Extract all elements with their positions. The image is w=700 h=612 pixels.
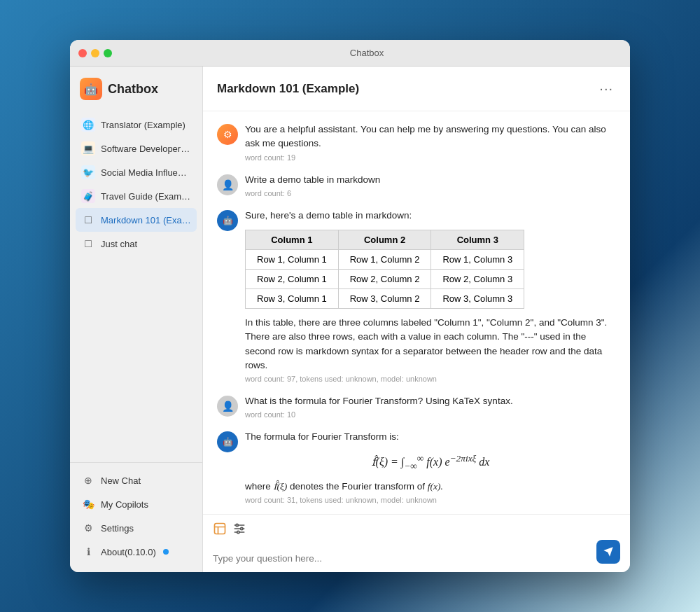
close-button[interactable] <box>78 49 87 57</box>
chat-title: Markdown 101 (Example) <box>217 82 359 96</box>
sidebar-item-label: Social Media Influencer (E... <box>101 167 191 178</box>
message-content: You are a helpful assistant. You can hel… <box>245 123 616 162</box>
message-text: Write a demo table in markdown <box>245 173 616 187</box>
markdown-table: Column 1 Column 2 Column 3 Row 1, Column… <box>245 230 524 309</box>
message-block: ⚙ You are a helpful assistant. You can h… <box>217 123 616 162</box>
input-toolbar <box>213 522 620 536</box>
maximize-button[interactable] <box>104 49 112 57</box>
message-block: 🤖 The formula for Fourier Transform is: … <box>217 430 616 504</box>
sidebar-item-travel[interactable]: 🧳 Travel Guide (Example) <box>76 184 197 208</box>
table-cell: Row 1, Column 2 <box>338 250 431 270</box>
word-count: word count: 31, tokens used: unknown, mo… <box>245 496 616 504</box>
sidebar-item-label: Translator (Example) <box>101 120 186 130</box>
table-cell: Row 1, Column 1 <box>246 250 339 270</box>
message-text: What is the formula for Fourier Transfor… <box>245 394 616 408</box>
message-block: 🤖 Sure, here's a demo table in markdown:… <box>217 209 616 383</box>
sidebar-header: 🤖 Chatbox <box>70 67 202 110</box>
chat-icon: □ <box>81 237 95 251</box>
word-count: word count: 6 <box>245 189 616 197</box>
my-copilots-button[interactable]: 🎭 My Copilots <box>76 492 197 516</box>
chat-input-area <box>203 514 630 572</box>
message-content: Sure, here's a demo table in markdown: C… <box>245 209 616 383</box>
formula-inline-2: f(x). <box>428 481 443 492</box>
input-row <box>213 540 620 564</box>
message-text: Sure, here's a demo table in markdown: <box>245 209 616 223</box>
sidebar-item-label: Just chat <box>101 239 137 249</box>
sidebar-item-markdown[interactable]: □ Markdown 101 (Example) <box>76 208 197 232</box>
send-button[interactable] <box>596 540 620 564</box>
word-count: word count: 19 <box>245 153 616 162</box>
chat-header: Markdown 101 (Example) ··· <box>203 67 630 111</box>
app-icon: 🤖 <box>80 78 102 100</box>
translator-icon: 🌐 <box>81 118 95 132</box>
message-after-formula: where f̂(ξ) denotes the Fourier transfor… <box>245 480 616 494</box>
settings-icon: ⚙ <box>81 521 95 535</box>
avatar: 👤 <box>217 174 238 195</box>
sidebar-item-label: Travel Guide (Example) <box>101 191 191 202</box>
message-text: You are a helpful assistant. You can hel… <box>245 123 616 151</box>
app-window: Chatbox 🤖 Chatbox 🌐 Translator (Example)… <box>70 40 630 572</box>
sidebar-item-dev[interactable]: 💻 Software Developer (Exam... <box>76 137 197 160</box>
svg-point-4 <box>236 524 238 526</box>
avatar: 🤖 <box>217 210 238 231</box>
sidebar: 🤖 Chatbox 🌐 Translator (Example) 💻 Softw… <box>70 67 203 572</box>
about-label: About(0.10.0) <box>101 547 156 557</box>
settings-label: Settings <box>101 523 134 534</box>
svg-point-5 <box>241 527 243 529</box>
traffic-lights <box>78 49 112 57</box>
sidebar-item-label: Markdown 101 (Example) <box>101 215 191 225</box>
table-cell: Row 2, Column 2 <box>338 270 431 289</box>
sidebar-item-translator[interactable]: 🌐 Translator (Example) <box>76 113 197 137</box>
message-block: 👤 What is the formula for Fourier Transf… <box>217 394 616 419</box>
sidebar-nav: 🌐 Translator (Example) 💻 Software Develo… <box>70 110 202 462</box>
message-content: The formula for Fourier Transform is: f̂… <box>245 430 616 504</box>
svg-point-6 <box>237 531 239 533</box>
sidebar-item-chat[interactable]: □ Just chat <box>76 232 197 256</box>
word-count: word count: 97, tokens used: unknown, mo… <box>245 375 616 383</box>
dev-icon: 💻 <box>81 141 95 155</box>
table-cell: Row 3, Column 2 <box>338 289 431 309</box>
social-icon: 🐦 <box>81 165 95 179</box>
settings-button[interactable]: ⚙ Settings <box>76 516 197 540</box>
new-chat-button[interactable]: ⊕ New Chat <box>76 468 197 492</box>
about-icon: ℹ <box>81 545 95 559</box>
message-block: 👤 Write a demo table in markdown word co… <box>217 173 616 197</box>
chat-input-field[interactable] <box>213 553 596 564</box>
table-cell: Row 2, Column 1 <box>246 270 339 289</box>
main-content: 🤖 Chatbox 🌐 Translator (Example) 💻 Softw… <box>70 67 630 572</box>
math-formula: f̂(ξ) = ∫−∞∞ f(x) e−2πixξ dx <box>245 453 616 472</box>
table-cell: Row 3, Column 3 <box>431 289 524 309</box>
attachment-button[interactable] <box>213 522 227 536</box>
avatar: ⚙ <box>217 124 238 145</box>
update-dot <box>163 549 169 555</box>
app-title: Chatbox <box>108 82 158 97</box>
table-cell: Row 1, Column 3 <box>431 250 524 270</box>
table-cell: Row 2, Column 3 <box>431 270 524 289</box>
formula-inline: f̂(ξ) <box>274 481 288 492</box>
window-title: Chatbox <box>112 48 622 58</box>
sidebar-bottom: ⊕ New Chat 🎭 My Copilots ⚙ Settings ℹ Ab… <box>70 462 202 572</box>
minimize-button[interactable] <box>91 49 99 57</box>
chat-area: Markdown 101 (Example) ··· ⚙ You are a h… <box>203 67 630 572</box>
table-cell: Row 3, Column 1 <box>246 289 339 309</box>
copilots-label: My Copilots <box>101 499 148 510</box>
table-header: Column 3 <box>431 230 524 250</box>
about-button[interactable]: ℹ About(0.10.0) <box>76 540 197 564</box>
table-header: Column 2 <box>338 230 431 250</box>
message-content: Write a demo table in markdown word coun… <box>245 173 616 197</box>
settings-toggle-button[interactable] <box>232 522 246 536</box>
table-header: Column 1 <box>246 230 339 250</box>
avatar: 🤖 <box>217 431 238 452</box>
message-content: What is the formula for Fourier Transfor… <box>245 394 616 419</box>
more-options-button[interactable]: ··· <box>596 78 616 99</box>
sidebar-item-label: Software Developer (Exam... <box>101 144 191 154</box>
avatar: 👤 <box>217 396 238 417</box>
travel-icon: 🧳 <box>81 189 95 203</box>
send-icon <box>603 546 614 557</box>
sidebar-item-social[interactable]: 🐦 Social Media Influencer (E... <box>76 160 197 184</box>
word-count: word count: 10 <box>245 410 616 419</box>
new-chat-icon: ⊕ <box>81 473 95 487</box>
titlebar: Chatbox <box>70 40 630 67</box>
chat-messages: ⚙ You are a helpful assistant. You can h… <box>203 111 630 514</box>
message-after-text: In this table, there are three columns l… <box>245 316 616 373</box>
